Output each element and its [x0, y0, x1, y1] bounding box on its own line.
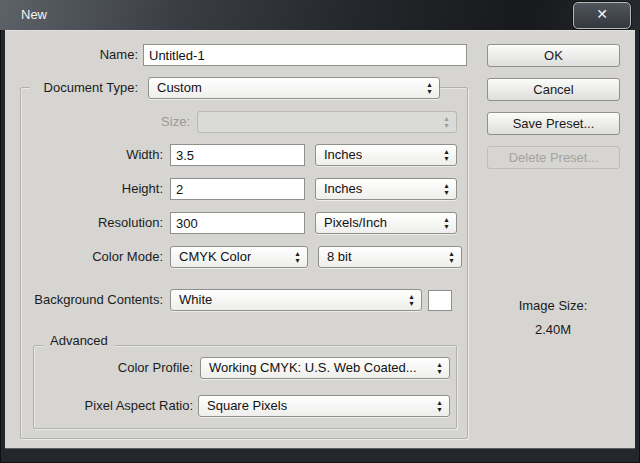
stepper-arrows-icon: ▴▾ — [407, 293, 416, 307]
document-type-select[interactable]: Custom ▴▾ — [148, 77, 440, 99]
dialog-content: Name: Document Type: Custom ▴▾ Size: ▴▾ … — [5, 30, 635, 448]
bit-depth-value: 8 bit — [327, 247, 352, 267]
resolution-input[interactable] — [170, 212, 305, 234]
title-bar[interactable]: New ✕ — [0, 0, 640, 30]
stepper-down-glyph: ▾ — [437, 406, 441, 413]
cancel-button[interactable]: Cancel — [487, 78, 620, 101]
stepper-arrows-icon: ▴▾ — [442, 182, 451, 196]
stepper-down-glyph: ▾ — [444, 223, 448, 230]
stepper-arrows-icon: ▴▾ — [435, 399, 444, 413]
stepper-down-glyph: ▾ — [449, 257, 453, 264]
color-profile-value: Working CMYK: U.S. Web Coated... — [209, 358, 417, 378]
stepper-down-glyph: ▾ — [444, 189, 448, 196]
background-contents-label: Background Contents: — [10, 289, 163, 311]
image-size-value: 2.40M — [485, 322, 621, 337]
stepper-arrows-icon: ▴▾ — [447, 250, 456, 264]
background-contents-select[interactable]: White ▴▾ — [170, 289, 422, 311]
height-label: Height: — [43, 178, 163, 200]
name-label: Name: — [18, 44, 138, 66]
width-input[interactable] — [170, 144, 305, 166]
width-unit-select[interactable]: Inches ▴▾ — [315, 144, 457, 166]
color-profile-label: Color Profile: — [65, 357, 193, 379]
stepper-arrows-icon: ▴▾ — [442, 115, 451, 129]
height-input[interactable] — [170, 178, 305, 200]
document-type-value: Custom — [157, 78, 202, 98]
advanced-legend: Advanced — [43, 334, 115, 348]
height-unit-select[interactable]: Inches ▴▾ — [315, 178, 457, 200]
stepper-arrows-icon: ▴▾ — [435, 361, 444, 375]
pixel-aspect-ratio-label: Pixel Aspect Ratio: — [45, 395, 193, 417]
save-preset-button[interactable]: Save Preset... — [487, 112, 620, 135]
image-size-label: Image Size: — [485, 298, 621, 313]
close-icon: ✕ — [596, 6, 608, 22]
width-unit-value: Inches — [324, 145, 362, 165]
background-color-swatch[interactable] — [428, 290, 452, 311]
color-mode-select[interactable]: CMYK Color ▴▾ — [170, 246, 308, 268]
pixel-aspect-ratio-value: Square Pixels — [207, 396, 287, 416]
stepper-arrows-icon: ▴▾ — [425, 81, 434, 95]
width-label: Width: — [43, 144, 163, 166]
stepper-arrows-icon: ▴▾ — [442, 148, 451, 162]
color-mode-label: Color Mode: — [43, 246, 163, 268]
resolution-unit-select[interactable]: Pixels/Inch ▴▾ — [315, 212, 457, 234]
height-unit-value: Inches — [324, 179, 362, 199]
stepper-arrows-icon: ▴▾ — [293, 250, 302, 264]
stepper-down-glyph: ▾ — [427, 88, 431, 95]
resolution-unit-value: Pixels/Inch — [324, 213, 387, 233]
close-button[interactable]: ✕ — [573, 2, 631, 29]
pixel-aspect-ratio-select[interactable]: Square Pixels ▴▾ — [198, 395, 450, 417]
stepper-down-glyph: ▾ — [437, 368, 441, 375]
document-type-label: Document Type: — [30, 77, 148, 99]
stepper-down-glyph: ▾ — [444, 122, 448, 129]
resolution-label: Resolution: — [43, 212, 163, 234]
stepper-down-glyph: ▾ — [409, 300, 413, 307]
bit-depth-select[interactable]: 8 bit ▴▾ — [318, 246, 462, 268]
stepper-down-glyph: ▾ — [444, 155, 448, 162]
size-label: Size: — [65, 111, 190, 133]
size-select: ▴▾ — [197, 111, 457, 133]
color-mode-value: CMYK Color — [179, 247, 251, 267]
delete-preset-button: Delete Preset... — [487, 146, 620, 169]
dialog-title: New — [21, 0, 47, 29]
stepper-down-glyph: ▾ — [295, 257, 299, 264]
background-contents-value: White — [179, 290, 212, 310]
new-document-dialog: New ✕ Name: Document Type: Custom ▴▾ Siz… — [0, 0, 640, 463]
stepper-arrows-icon: ▴▾ — [442, 216, 451, 230]
ok-button[interactable]: OK — [487, 44, 620, 67]
color-profile-select[interactable]: Working CMYK: U.S. Web Coated... ▴▾ — [200, 357, 450, 379]
name-input[interactable] — [143, 44, 467, 66]
